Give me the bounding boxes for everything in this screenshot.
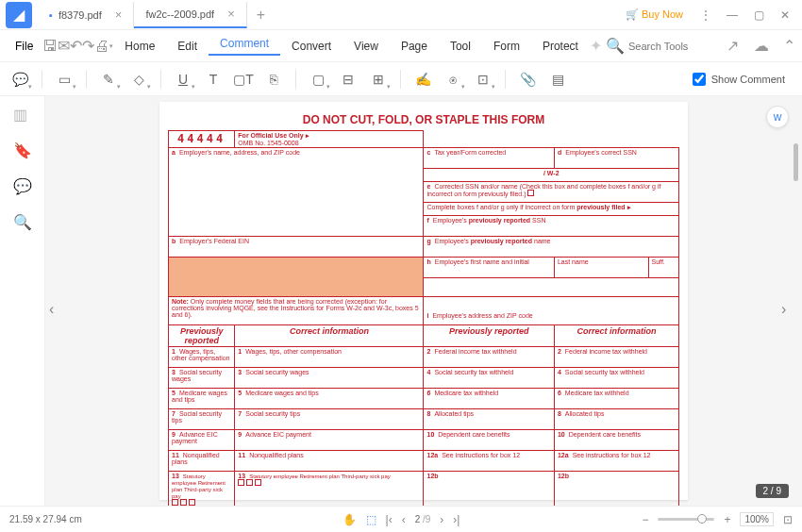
tab-label: fw2c--2009.pdf [145,8,214,20]
pdf-icon: ▪ [49,9,53,21]
minimize-button[interactable]: — [721,4,744,26]
cloud-icon[interactable]: ☁ [749,35,774,58]
menu-edit[interactable]: Edit [166,40,209,53]
note-tool[interactable]: 💬 [6,66,34,92]
search-icon[interactable]: 🔍 [606,37,625,55]
tab-label: f8379.pdf [58,9,102,21]
attach-tool[interactable]: 📎 [513,66,542,92]
wand-icon[interactable]: ✦ [590,37,602,55]
prev-page-button[interactable]: ‹ [402,513,406,526]
menu-protect[interactable]: Protect [531,40,590,53]
show-comment-checkbox[interactable] [693,73,706,86]
signature-tool[interactable]: ✍ [409,66,437,92]
thumbnails-icon[interactable]: ▥ [13,106,32,125]
textbox-tool[interactable]: ▢T [229,66,258,92]
callout-tool[interactable]: ⎘ [259,66,288,92]
form-title: DO NOT CUT, FOLD, OR STAPLE THIS FORM [159,113,688,126]
menu-tool[interactable]: Tool [439,40,482,53]
menu-form[interactable]: Form [482,40,531,53]
menubar: File 🖫 ✉ ↶ ↷ 🖨 ▾ Home Edit Comment Conve… [0,30,802,62]
menu-view[interactable]: View [343,40,390,53]
save-icon[interactable]: 🖫 [42,35,58,58]
scrollbar[interactable] [794,143,798,181]
close-window-button[interactable]: ✕ [774,4,796,26]
stamp-tool[interactable]: ⊞ [364,66,393,92]
app-logo-icon[interactable]: ◢ [6,2,32,28]
buy-now-link[interactable]: 🛒 Buy Now [618,8,691,21]
form-w2c: 44444 For Official Use Only ▸OMB No. 154… [168,130,679,506]
first-page-button[interactable]: |‹ [386,513,393,526]
show-comment-label: Show Comment [711,74,785,85]
bookmark-icon[interactable]: 🔖 [13,141,32,160]
zoom-out-button[interactable]: − [642,513,648,526]
search-input[interactable] [628,41,704,52]
text-tool[interactable]: T [199,66,227,92]
zoom-in-button[interactable]: + [724,513,730,526]
menu-page[interactable]: Page [390,40,439,53]
chevron-right-icon[interactable]: › [781,301,796,316]
options-icon[interactable]: ⋮ [694,4,717,26]
workspace: ▥ 🔖 💬 🔍 ‹ w 2 / 9 DO NOT CUT, FOLD, OR S… [0,96,802,506]
measure-tool[interactable]: ⊟ [334,66,362,92]
fit-page-button[interactable]: ⊡ [783,513,793,526]
underline-tool[interactable]: U [169,66,197,92]
pencil-tool[interactable]: ✎ [94,66,123,92]
page-input[interactable]: 2 /9 [415,514,431,524]
close-icon[interactable]: × [115,8,123,22]
collapse-icon[interactable]: ⌃ [777,35,802,58]
menu-convert[interactable]: Convert [280,40,343,53]
mail-icon[interactable]: ✉ [58,35,70,58]
zoom-slider[interactable] [658,518,714,521]
comment-panel-icon[interactable]: 💬 [13,177,32,196]
pdf-page: DO NOT CUT, FOLD, OR STAPLE THIS FORM 44… [159,102,688,500]
select-tool[interactable]: ⬚ [366,513,376,526]
page-badge: 2 / 9 [756,484,789,498]
maximize-button[interactable]: ▢ [747,4,770,26]
page-dimensions: 21.59 x 27.94 cm [9,514,82,524]
toolbar: 💬 ▭ ✎ ◇ U T ▢T ⎘ ▢ ⊟ ⊞ ✍ ⍟ ⊡ 📎 ▤ Show Co… [0,62,802,96]
undo-icon[interactable]: ↶ [70,35,82,58]
side-panel: ▥ 🔖 💬 🔍 [0,96,45,506]
menu-home[interactable]: Home [113,40,166,53]
redo-icon[interactable]: ↷ [82,35,94,58]
highlight-tool[interactable]: ▭ [50,66,78,92]
list-tool[interactable]: ▤ [543,66,572,92]
document-viewport[interactable]: w 2 / 9 DO NOT CUT, FOLD, OR STAPLE THIS… [45,96,802,506]
last-page-button[interactable]: ›| [453,513,459,526]
shape-tool[interactable]: ▢ [304,66,332,92]
next-page-button[interactable]: › [440,513,443,526]
file-menu[interactable]: File [6,40,42,53]
compare-tool[interactable]: ⊡ [469,66,497,92]
hand-tool[interactable]: ✋ [343,513,357,526]
share-icon[interactable]: ↗ [721,35,745,58]
close-icon[interactable]: × [227,7,235,21]
stamp2-tool[interactable]: ⍟ [439,66,467,92]
tab-f8379[interactable]: ▪ f8379.pdf × [38,2,134,28]
print-icon[interactable]: 🖨 [94,35,109,58]
eraser-tool[interactable]: ◇ [125,66,153,92]
zoom-select[interactable]: 100% [740,512,774,526]
add-tab-button[interactable]: + [247,7,275,24]
tab-fw2c[interactable]: fw2c--2009.pdf × [134,2,246,28]
titlebar: ◢ ▪ f8379.pdf × fw2c--2009.pdf × + 🛒 Buy… [0,0,802,30]
ai-assist-icon[interactable]: w [766,106,789,128]
statusbar: 21.59 x 27.94 cm ✋ ⬚ |‹ ‹ 2 /9 › ›| − + … [0,506,802,532]
search-panel-icon[interactable]: 🔍 [13,213,32,232]
menu-comment[interactable]: Comment [209,37,280,56]
